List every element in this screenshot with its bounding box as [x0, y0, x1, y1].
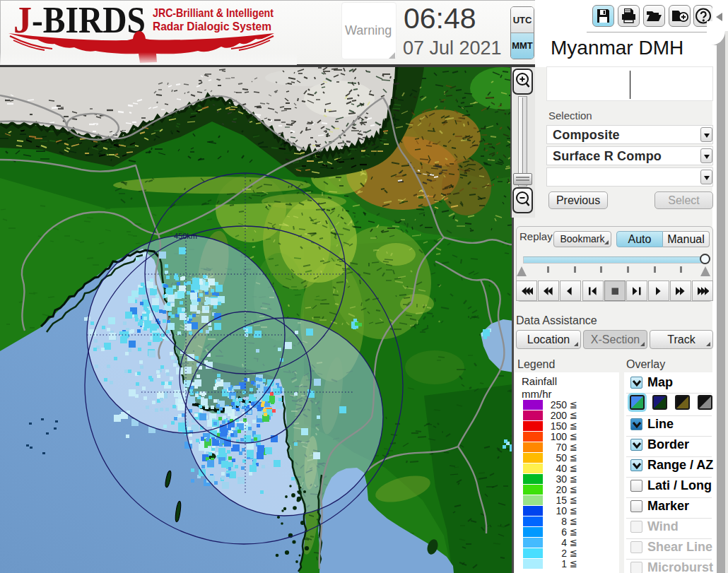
- svg-text:JRC-Brilliant & Intelligent: JRC-Brilliant & Intelligent: [153, 6, 274, 20]
- svg-text:-BIRDS: -BIRDS: [32, 0, 146, 40]
- svg-text:450km: 450km: [174, 232, 197, 240]
- svg-text:Radar Dialogic System: Radar Dialogic System: [153, 20, 271, 33]
